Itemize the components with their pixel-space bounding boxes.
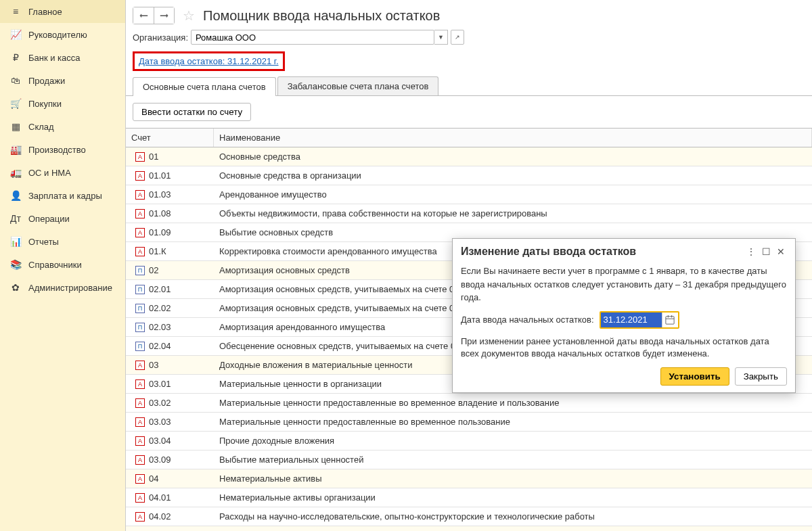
- sidebar-item-5[interactable]: ▦Склад: [0, 115, 125, 138]
- account-type-icon: П: [135, 266, 145, 275]
- account-cell: А03.09: [126, 455, 214, 465]
- close-button[interactable]: Закрыть: [735, 367, 787, 386]
- date-field-label: Дата ввода начальных остатков:: [461, 315, 594, 325]
- back-button[interactable]: 🠔: [133, 7, 154, 24]
- table-row[interactable]: А01.08Объекты недвижимости, права собств…: [126, 204, 812, 223]
- account-type-icon: А: [135, 171, 145, 181]
- organization-row: Организация: ▼ ↗: [126, 27, 812, 50]
- account-cell: А01.03: [126, 189, 214, 200]
- dialog-more-icon[interactable]: ⋮: [744, 244, 759, 259]
- account-number: 01.03: [149, 189, 171, 200]
- account-type-icon: А: [135, 417, 145, 427]
- table-row[interactable]: А03.04Прочие доходные вложения: [126, 432, 812, 451]
- sidebar-item-label: Администрирование: [28, 283, 112, 293]
- sidebar-item-label: Справочники: [28, 260, 82, 270]
- set-button[interactable]: Установить: [660, 367, 729, 386]
- sidebar-item-8[interactable]: 👤Зарплата и кадры: [0, 184, 125, 207]
- account-number: 02: [149, 265, 158, 275]
- account-number: 03.04: [149, 436, 171, 446]
- account-number: 04: [149, 474, 158, 484]
- dialog-buttons: Установить Закрыть: [461, 367, 787, 386]
- account-cell: А01.01: [126, 170, 214, 181]
- sidebar-item-6[interactable]: 🏭Производство: [0, 138, 125, 161]
- account-type-icon: А: [135, 474, 145, 484]
- change-date-dialog: Изменение даты ввода остатков ⋮ ☐ ✕ Если…: [452, 238, 796, 393]
- organization-input[interactable]: [191, 30, 434, 45]
- account-cell: П02.02: [126, 303, 214, 313]
- account-number: 03: [149, 360, 158, 370]
- account-type-icon: П: [135, 285, 145, 294]
- sidebar-item-3[interactable]: 🛍Продажи: [0, 69, 125, 92]
- account-cell: А03.04: [126, 436, 214, 446]
- sidebar-item-label: Зарплата и кадры: [28, 191, 102, 201]
- account-cell: А01: [126, 152, 214, 162]
- account-number: 03.03: [149, 417, 171, 427]
- sidebar-item-7[interactable]: 🚛ОС и НМА: [0, 161, 125, 184]
- truck-icon: 🚛: [9, 167, 22, 178]
- account-type-icon: П: [135, 304, 145, 313]
- table-row[interactable]: А04.01Нематериальные активы организации: [126, 488, 812, 507]
- date-field: [600, 311, 679, 329]
- dialog-body: Если Вы начинаете вести учет в программе…: [453, 262, 795, 392]
- table-row[interactable]: А04Нематериальные активы: [126, 469, 812, 488]
- header-name[interactable]: Наименование: [214, 129, 812, 147]
- header-account[interactable]: Счет: [126, 129, 214, 147]
- dialog-close-icon[interactable]: ✕: [773, 244, 788, 259]
- date-entry-link[interactable]: Дата ввода остатков: 31.12.2021 г.: [133, 51, 285, 71]
- organization-open-button[interactable]: ↗: [451, 30, 464, 45]
- table-row[interactable]: А01.03Арендованное имущество: [126, 185, 812, 204]
- table-row[interactable]: А03.03Материальные ценности предоставлен…: [126, 413, 812, 432]
- account-type-icon: П: [135, 342, 145, 351]
- table-row[interactable]: А01.01Основные средства в организации: [126, 166, 812, 185]
- sidebar-item-label: Руководителю: [28, 30, 87, 40]
- toolbar: Ввести остатки по счету: [126, 96, 812, 128]
- organization-select: ▼ ↗: [191, 30, 464, 45]
- account-type-icon: А: [135, 436, 145, 446]
- account-name: Нематериальные активы: [214, 474, 812, 484]
- table-row[interactable]: А03.09Выбытие материальных ценностей: [126, 451, 812, 469]
- sidebar-item-12[interactable]: ✿Администрирование: [0, 276, 125, 299]
- account-name: Выбытие основных средств: [214, 227, 812, 237]
- dialog-warning-text: При изменении ранее установленной даты в…: [461, 336, 787, 361]
- sidebar-item-11[interactable]: 📚Справочники: [0, 253, 125, 276]
- account-type-icon: А: [135, 398, 145, 408]
- bars-icon: 📊: [9, 236, 22, 247]
- sidebar-item-1[interactable]: 📈Руководителю: [0, 23, 125, 46]
- account-number: 04.01: [149, 492, 171, 503]
- sidebar-item-4[interactable]: 🛒Покупки: [0, 92, 125, 115]
- table-row[interactable]: А03.02Материальные ценности предоставлен…: [126, 394, 812, 413]
- account-number: 01.08: [149, 208, 171, 218]
- table-row[interactable]: А04.02Расходы на научно-исследовательски…: [126, 507, 812, 526]
- dialog-maximize-icon[interactable]: ☐: [759, 244, 773, 259]
- dialog-title: Изменение даты ввода остатков: [461, 246, 744, 258]
- sidebar-item-10[interactable]: 📊Отчеты: [0, 230, 125, 253]
- tab-0[interactable]: Основные счета плана счетов: [133, 77, 276, 96]
- nav-buttons: 🠔 🠖: [133, 7, 175, 24]
- account-number: 04.02: [149, 511, 171, 522]
- account-cell: П02: [126, 265, 214, 275]
- chart-icon: 📈: [9, 29, 22, 40]
- account-name: Прочие доходные вложения: [214, 436, 812, 446]
- account-type-icon: А: [135, 455, 145, 465]
- organization-dropdown-button[interactable]: ▼: [434, 30, 448, 45]
- account-cell: А01.09: [126, 227, 214, 237]
- calendar-icon[interactable]: [662, 313, 678, 327]
- table-row[interactable]: П05Амортизация нематериальных активов: [126, 526, 812, 531]
- dtk-icon: Дт: [9, 213, 22, 224]
- sidebar-item-2[interactable]: ₽Банк и касса: [0, 46, 125, 69]
- enter-balances-button[interactable]: Ввести остатки по счету: [133, 103, 251, 121]
- account-number: 01: [149, 152, 158, 162]
- favorite-star-icon[interactable]: ☆: [180, 7, 198, 24]
- table-row[interactable]: А01Основные средства: [126, 147, 812, 166]
- forward-button[interactable]: 🠖: [154, 7, 174, 24]
- date-input[interactable]: [601, 313, 662, 327]
- sidebar: ≡Главное📈Руководителю₽Банк и касса🛍Прода…: [0, 0, 126, 531]
- sidebar-item-9[interactable]: ДтОперации: [0, 207, 125, 230]
- sidebar-item-0[interactable]: ≡Главное: [0, 0, 125, 23]
- dialog-title-bar: Изменение даты ввода остатков ⋮ ☐ ✕: [453, 239, 795, 262]
- tab-1[interactable]: Забалансовые счета плана счетов: [277, 76, 439, 95]
- page-title: Помощник ввода начальных остатков: [203, 8, 440, 24]
- account-type-icon: А: [135, 209, 145, 218]
- account-cell: А01.К: [126, 246, 214, 256]
- account-type-icon: А: [135, 361, 145, 370]
